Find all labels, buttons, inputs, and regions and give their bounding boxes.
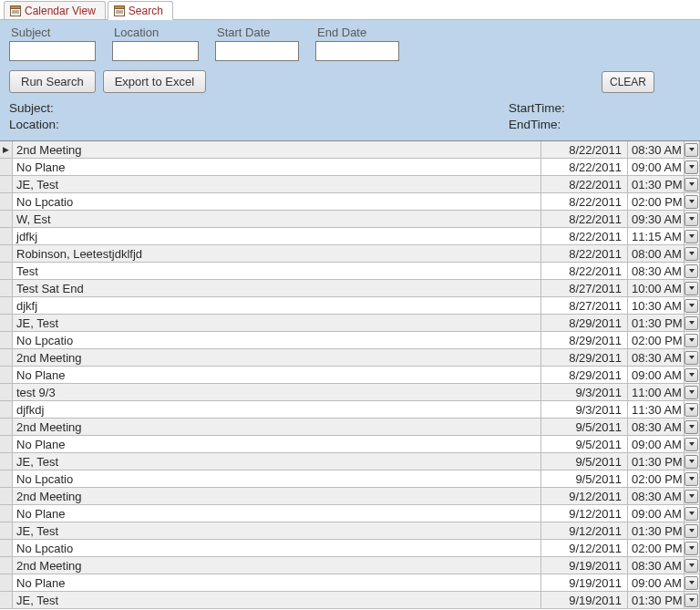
cell-date[interactable]: 8/29/2011 bbox=[541, 367, 628, 383]
chevron-down-icon[interactable] bbox=[685, 264, 698, 278]
row-selector[interactable] bbox=[0, 574, 13, 591]
cell-date[interactable]: 9/5/2011 bbox=[541, 436, 628, 452]
location-input[interactable] bbox=[112, 41, 199, 61]
cell-subject[interactable]: JE, Test bbox=[13, 592, 541, 608]
tab-search[interactable]: Search bbox=[108, 1, 173, 20]
cell-date[interactable]: 9/5/2011 bbox=[541, 453, 628, 470]
table-row[interactable]: 2nd Meeting9/19/201108:30 AM bbox=[0, 557, 700, 574]
row-selector[interactable] bbox=[0, 540, 13, 556]
table-row[interactable]: JE, Test9/12/201101:30 PM bbox=[0, 522, 700, 540]
table-row[interactable]: 2nd Meeting9/5/201108:30 AM bbox=[0, 419, 700, 436]
table-row[interactable]: No Lpcatio9/5/201102:00 PM bbox=[0, 470, 700, 488]
cell-time[interactable]: 08:30 AM bbox=[628, 419, 685, 435]
cell-time[interactable]: 09:00 AM bbox=[628, 574, 685, 591]
cell-time[interactable]: 02:00 PM bbox=[628, 332, 685, 348]
chevron-down-icon[interactable] bbox=[685, 490, 698, 503]
cell-time[interactable]: 08:30 AM bbox=[628, 488, 685, 504]
cell-time[interactable]: 01:30 PM bbox=[628, 522, 685, 539]
cell-time[interactable]: 09:30 AM bbox=[628, 211, 685, 227]
cell-subject[interactable]: 2nd Meeting bbox=[13, 349, 541, 366]
cell-time[interactable]: 02:00 PM bbox=[628, 193, 685, 210]
cell-date[interactable]: 9/12/2011 bbox=[541, 540, 628, 556]
cell-subject[interactable]: JE, Test bbox=[13, 176, 541, 192]
cell-time[interactable]: 02:00 PM bbox=[628, 470, 685, 487]
cell-date[interactable]: 9/12/2011 bbox=[541, 488, 628, 504]
cell-date[interactable]: 8/22/2011 bbox=[541, 176, 628, 192]
table-row[interactable]: No Plane8/29/201109:00 AM bbox=[0, 367, 700, 384]
cell-subject[interactable]: 2nd Meeting bbox=[13, 557, 541, 574]
cell-date[interactable]: 8/27/2011 bbox=[541, 297, 628, 314]
chevron-down-icon[interactable] bbox=[685, 438, 698, 451]
chevron-down-icon[interactable] bbox=[685, 160, 698, 174]
chevron-down-icon[interactable] bbox=[685, 247, 698, 261]
chevron-down-icon[interactable] bbox=[685, 576, 698, 590]
chevron-down-icon[interactable] bbox=[685, 334, 698, 347]
cell-date[interactable]: 9/12/2011 bbox=[541, 522, 628, 539]
table-row[interactable]: JE, Test9/19/201101:30 PM bbox=[0, 592, 700, 609]
table-row[interactable]: djkfj8/27/201110:30 AM bbox=[0, 297, 700, 315]
chevron-down-icon[interactable] bbox=[685, 282, 698, 295]
cell-date[interactable]: 8/27/2011 bbox=[541, 280, 628, 296]
cell-date[interactable]: 8/22/2011 bbox=[541, 193, 628, 210]
cell-date[interactable]: 9/19/2011 bbox=[541, 557, 628, 574]
table-row[interactable]: 2nd Meeting9/12/201108:30 AM bbox=[0, 488, 700, 505]
cell-subject[interactable]: Test Sat End bbox=[13, 280, 541, 296]
chevron-down-icon[interactable] bbox=[685, 212, 698, 226]
cell-date[interactable]: 8/22/2011 bbox=[541, 263, 628, 279]
table-row[interactable]: W, Est8/22/201109:30 AM bbox=[0, 211, 700, 228]
row-selector[interactable] bbox=[0, 522, 13, 539]
cell-subject[interactable]: No Plane bbox=[13, 159, 541, 175]
row-selector[interactable] bbox=[0, 401, 13, 418]
run-search-button[interactable]: Run Search bbox=[9, 70, 96, 93]
row-selector[interactable] bbox=[0, 332, 13, 348]
table-row[interactable]: 2nd Meeting8/29/201108:30 AM bbox=[0, 349, 700, 367]
cell-time[interactable]: 02:00 PM bbox=[628, 540, 685, 556]
row-selector[interactable] bbox=[0, 176, 13, 192]
cell-subject[interactable]: No Plane bbox=[13, 436, 541, 452]
cell-time[interactable]: 09:00 AM bbox=[628, 505, 685, 522]
cell-date[interactable]: 8/29/2011 bbox=[541, 315, 628, 331]
row-selector[interactable] bbox=[0, 245, 13, 262]
cell-date[interactable]: 8/22/2011 bbox=[541, 228, 628, 244]
table-row[interactable]: Test Sat End8/27/201110:00 AM bbox=[0, 280, 700, 297]
cell-subject[interactable]: No Lpcatio bbox=[13, 540, 541, 556]
row-selector[interactable] bbox=[0, 557, 13, 574]
cell-date[interactable]: 9/3/2011 bbox=[541, 401, 628, 418]
cell-subject[interactable]: JE, Test bbox=[13, 453, 541, 470]
cell-time[interactable]: 09:00 AM bbox=[628, 159, 685, 175]
cell-subject[interactable]: No Plane bbox=[13, 574, 541, 591]
cell-subject[interactable]: test 9/3 bbox=[13, 384, 541, 400]
cell-subject[interactable]: Robinson, Leetestjdklfjd bbox=[13, 245, 541, 262]
cell-date[interactable]: 8/22/2011 bbox=[541, 211, 628, 227]
chevron-down-icon[interactable] bbox=[685, 524, 698, 538]
cell-date[interactable]: 8/22/2011 bbox=[541, 159, 628, 175]
chevron-down-icon[interactable] bbox=[685, 472, 698, 486]
chevron-down-icon[interactable] bbox=[685, 455, 698, 469]
cell-time[interactable]: 08:30 AM bbox=[628, 141, 685, 158]
cell-date[interactable]: 8/22/2011 bbox=[541, 245, 628, 262]
row-selector[interactable] bbox=[0, 315, 13, 331]
row-selector[interactable] bbox=[0, 384, 13, 400]
cell-date[interactable]: 9/12/2011 bbox=[541, 505, 628, 522]
table-row[interactable]: ▶2nd Meeting8/22/201108:30 AM bbox=[0, 141, 700, 159]
row-selector[interactable] bbox=[0, 159, 13, 175]
chevron-down-icon[interactable] bbox=[685, 542, 698, 555]
cell-subject[interactable]: jdfkj bbox=[13, 228, 541, 244]
row-selector[interactable] bbox=[0, 280, 13, 296]
chevron-down-icon[interactable] bbox=[685, 195, 698, 209]
cell-date[interactable]: 9/5/2011 bbox=[541, 419, 628, 435]
table-row[interactable]: djfkdj9/3/201111:30 AM bbox=[0, 401, 700, 419]
cell-date[interactable]: 9/19/2011 bbox=[541, 574, 628, 591]
chevron-down-icon[interactable] bbox=[685, 386, 698, 399]
cell-subject[interactable]: No Lpcatio bbox=[13, 193, 541, 210]
cell-date[interactable]: 9/19/2011 bbox=[541, 592, 628, 608]
table-row[interactable]: No Lpcatio8/29/201102:00 PM bbox=[0, 332, 700, 349]
table-row[interactable]: JE, Test8/22/201101:30 PM bbox=[0, 176, 700, 193]
row-selector[interactable] bbox=[0, 349, 13, 366]
subject-input[interactable] bbox=[9, 41, 96, 61]
cell-subject[interactable]: JE, Test bbox=[13, 315, 541, 331]
cell-subject[interactable]: 2nd Meeting bbox=[13, 419, 541, 435]
row-selector[interactable] bbox=[0, 505, 13, 522]
row-selector[interactable] bbox=[0, 297, 13, 314]
row-selector[interactable] bbox=[0, 419, 13, 435]
